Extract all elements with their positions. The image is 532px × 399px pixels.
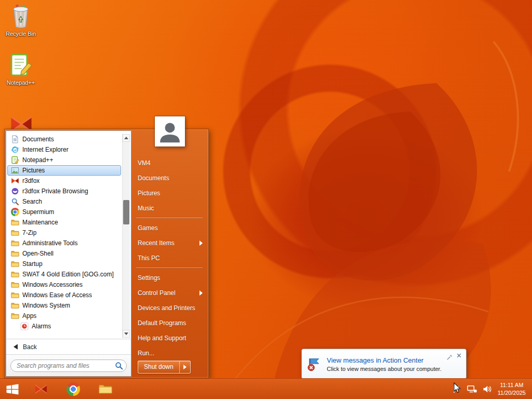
start-menu-item-label: Startup xyxy=(22,260,43,268)
start-menu-item[interactable]: Windows Accessories xyxy=(7,280,121,290)
right-item-label: Run... xyxy=(138,350,154,357)
start-menu-item[interactable]: Maintenance xyxy=(7,217,121,228)
taskbar-button-r3dfox[interactable] xyxy=(25,379,57,399)
search-magnifier-icon[interactable] xyxy=(115,362,123,370)
start-menu-item[interactable]: Internet Explorer xyxy=(7,144,121,155)
start-menu-right-item[interactable]: Default Programs xyxy=(131,315,207,330)
start-menu-item[interactable]: Pictures xyxy=(7,165,121,176)
start-menu-right-item[interactable]: Devices and Printers xyxy=(131,300,207,315)
start-menu-item[interactable]: 7-Zip xyxy=(7,228,121,238)
desktop: Recycle BinNotepad++ DocumentsInternet E… xyxy=(0,0,532,399)
start-menu-right-item[interactable]: Help and Support xyxy=(131,330,207,345)
shutdown-options-arrow[interactable] xyxy=(179,361,190,373)
separator xyxy=(136,218,203,218)
notepadpp-icon xyxy=(11,156,19,164)
start-menu-right-item[interactable]: Music xyxy=(131,201,207,216)
notification-title[interactable]: View messages in Action Center xyxy=(327,356,461,364)
close-icon[interactable]: ✕ xyxy=(456,352,462,359)
mouse-cursor xyxy=(454,382,461,393)
right-item-label: Documents xyxy=(138,175,169,182)
start-menu-item[interactable]: Alarms xyxy=(7,321,121,331)
scrollbar-thumb[interactable] xyxy=(123,200,129,224)
start-menu-item[interactable]: Apps xyxy=(7,311,121,321)
start-menu-item[interactable]: Search xyxy=(7,196,121,207)
start-menu-item[interactable]: r3dfox xyxy=(7,176,121,186)
start-menu-item-label: r3dfox Private Browsing xyxy=(22,188,88,195)
scrollbar[interactable] xyxy=(122,134,130,338)
back-arrow-icon xyxy=(14,344,18,350)
start-menu-item[interactable]: Notepad++ xyxy=(7,155,121,165)
start-menu: DocumentsInternet ExplorerNotepad++Pictu… xyxy=(4,129,209,378)
document-icon xyxy=(11,135,19,143)
pictures-icon xyxy=(11,166,19,175)
taskbar-spacer xyxy=(122,379,451,399)
start-menu-item-label: Supermium xyxy=(22,208,54,216)
supermium-icon xyxy=(11,208,19,216)
notification-balloon[interactable]: View messages in Action Center Click to … xyxy=(301,349,467,379)
wrench-icon[interactable] xyxy=(447,353,453,358)
scroll-down-button[interactable] xyxy=(123,330,130,338)
desktop-icon-notepad[interactable]: Notepad++ xyxy=(2,53,39,86)
volume-icon[interactable] xyxy=(483,385,493,393)
windows-logo-icon xyxy=(6,382,19,396)
start-menu-item-label: Maintenance xyxy=(22,219,58,226)
taskbar-pinned xyxy=(25,379,122,399)
start-menu-item[interactable]: Documents xyxy=(7,134,121,144)
start-menu-item[interactable]: r3dfox Private Browsing xyxy=(7,186,121,196)
start-menu-item[interactable]: Windows System xyxy=(7,300,121,311)
folder-icon xyxy=(11,218,19,227)
desktop-icon-recycle-bin[interactable]: Recycle Bin xyxy=(2,4,39,37)
start-menu-right-item[interactable]: Settings xyxy=(131,270,207,285)
right-item-label: Pictures xyxy=(138,190,160,197)
folder-icon xyxy=(11,291,19,299)
start-menu-item[interactable]: Windows Ease of Access xyxy=(7,290,121,300)
r3dfox-icon xyxy=(34,382,48,396)
right-item-label: This PC xyxy=(138,255,160,262)
start-menu-item-label: Pictures xyxy=(22,167,45,174)
start-menu-item[interactable]: Open-Shell xyxy=(7,248,121,259)
taskbar-button-file-explorer[interactable] xyxy=(89,379,122,399)
start-menu-item-label: Windows System xyxy=(22,302,70,309)
back-button[interactable]: Back xyxy=(6,339,131,354)
start-menu-right-item[interactable]: This PC xyxy=(131,250,207,265)
user-avatar[interactable] xyxy=(155,116,185,147)
r3dfox-icon xyxy=(11,177,19,185)
start-button[interactable] xyxy=(0,379,25,399)
back-label: Back xyxy=(23,343,37,351)
folder-icon xyxy=(11,229,19,237)
start-menu-right-item[interactable]: VM4 xyxy=(131,155,207,170)
start-menu-item-label: Documents xyxy=(22,136,54,143)
clock-date: 11/20/2025 xyxy=(498,389,526,396)
right-item-label: Settings xyxy=(138,274,160,282)
taskbar: 11:11 AM 11/20/2025 xyxy=(0,378,532,399)
start-menu-right-item[interactable]: Control Panel xyxy=(131,285,207,300)
start-menu-item-label: 7-Zip xyxy=(22,229,36,236)
folder-icon xyxy=(11,301,19,310)
taskbar-button-supermium[interactable] xyxy=(57,379,89,399)
right-item-label: Devices and Printers xyxy=(138,304,195,312)
start-menu-item-label: Search xyxy=(22,198,42,205)
start-menu-item[interactable]: Administrative Tools xyxy=(7,238,121,248)
scroll-up-button[interactable] xyxy=(123,134,130,142)
start-menu-item[interactable]: SWAT 4 Gold Edition [GOG.com] xyxy=(7,269,121,280)
taskbar-clock[interactable]: 11:11 AM 11/20/2025 xyxy=(496,379,532,399)
notification-body: Click to view messages about your comput… xyxy=(327,366,461,372)
start-menu-right-item[interactable]: Pictures xyxy=(131,185,207,201)
search-input[interactable] xyxy=(10,360,127,372)
scrollbar-track[interactable] xyxy=(123,142,130,330)
right-item-label: Games xyxy=(138,224,158,232)
right-item-label: Recent Items xyxy=(138,240,175,247)
alarms-icon xyxy=(20,322,29,330)
start-menu-right-item[interactable]: Games xyxy=(131,220,207,235)
start-menu-item-label: Apps xyxy=(22,312,36,320)
start-menu-right-item[interactable]: Documents xyxy=(131,170,207,185)
start-menu-right-item[interactable]: Run... xyxy=(131,345,207,361)
start-menu-item[interactable]: Startup xyxy=(7,259,121,269)
start-menu-item[interactable]: Supermium xyxy=(7,207,121,217)
start-menu-right-item[interactable]: Recent Items xyxy=(131,235,207,250)
start-menu-right-list: VM4DocumentsPicturesMusicGamesRecent Ite… xyxy=(131,155,207,361)
desktop-icon-label: Recycle Bin xyxy=(6,31,36,37)
shutdown-button[interactable]: Shut down xyxy=(138,361,179,373)
network-icon[interactable] xyxy=(467,385,477,393)
start-menu-item-label: Windows Ease of Access xyxy=(22,291,92,299)
